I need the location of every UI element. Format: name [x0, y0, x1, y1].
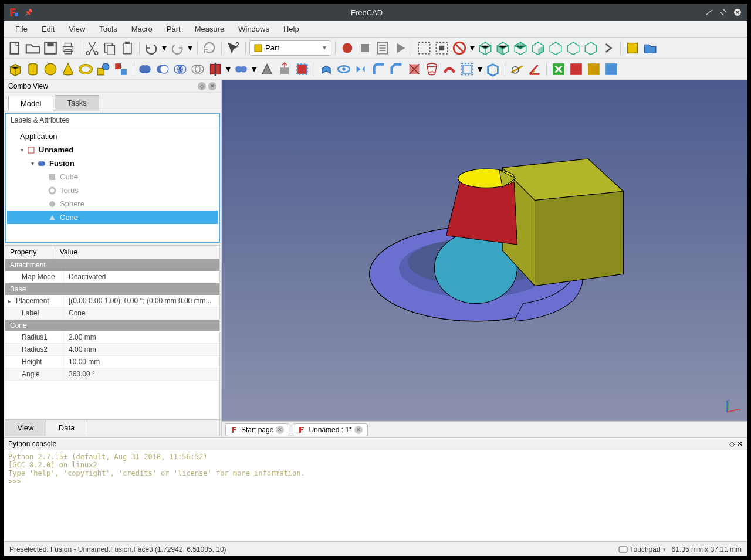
- shapebuilder-icon[interactable]: [113, 61, 129, 77]
- prop-row-angle[interactable]: Angle360.00 °: [5, 368, 219, 381]
- offset-dropdown-icon[interactable]: ▾: [476, 61, 483, 77]
- menu-part[interactable]: Part: [160, 22, 188, 36]
- prop-row-label[interactable]: LabelCone: [5, 307, 219, 320]
- doc-tab-startpage[interactable]: Start page ✕: [225, 423, 289, 436]
- console-float-icon[interactable]: ◇: [729, 440, 735, 448]
- redo-dropdown-icon[interactable]: ▾: [187, 40, 194, 56]
- maximize-button[interactable]: [718, 7, 729, 18]
- tab-tasks[interactable]: Tasks: [55, 95, 99, 111]
- nav-style-icon[interactable]: Touchpad ▾: [618, 545, 666, 554]
- tree-item-cube[interactable]: Cube: [7, 170, 218, 184]
- macro-record-icon[interactable]: [339, 40, 356, 56]
- menu-file[interactable]: File: [8, 22, 35, 36]
- measure-toggle-icon[interactable]: [568, 61, 584, 77]
- measure-linear-icon[interactable]: [509, 61, 525, 77]
- draw-style-icon[interactable]: [451, 40, 468, 56]
- new-icon[interactable]: [7, 40, 23, 56]
- more-icon[interactable]: [600, 40, 617, 56]
- draw-style-dropdown-icon[interactable]: ▾: [469, 40, 476, 56]
- redo-icon[interactable]: [169, 40, 185, 56]
- menu-edit[interactable]: Edit: [35, 22, 62, 36]
- 3d-viewport[interactable]: xyz: [222, 80, 747, 421]
- cylinder-icon[interactable]: [25, 61, 41, 77]
- join-icon[interactable]: [233, 61, 249, 77]
- macro-list-icon[interactable]: [374, 40, 391, 56]
- refresh-icon[interactable]: [201, 40, 218, 56]
- open-icon[interactable]: [25, 40, 41, 56]
- cube-icon[interactable]: [7, 61, 23, 77]
- tab-data[interactable]: Data: [46, 420, 87, 436]
- boolean-fuse-icon[interactable]: [137, 61, 153, 77]
- measure-toggledelta-icon[interactable]: [603, 61, 620, 77]
- group-icon[interactable]: [642, 40, 658, 56]
- extrude-icon[interactable]: [276, 61, 293, 77]
- menu-view[interactable]: View: [62, 22, 92, 36]
- panel-close-icon[interactable]: ✕: [208, 82, 216, 90]
- whatsthis-icon[interactable]: ?: [225, 40, 242, 56]
- split-icon[interactable]: [207, 61, 224, 77]
- view-front-icon[interactable]: [495, 40, 511, 56]
- prop-row-radius1[interactable]: Radius12.00 mm: [5, 331, 219, 344]
- revolve-icon[interactable]: [336, 61, 352, 77]
- ruled-icon[interactable]: [406, 61, 422, 77]
- macro-play-icon[interactable]: [392, 40, 408, 56]
- tree-item-cone[interactable]: Cone: [7, 211, 218, 224]
- fillet-icon[interactable]: [371, 61, 387, 77]
- menu-macro[interactable]: Macro: [124, 22, 160, 36]
- view-right-icon[interactable]: [530, 40, 546, 56]
- undo-dropdown-icon[interactable]: ▾: [161, 40, 168, 56]
- minimize-button[interactable]: [704, 7, 715, 18]
- boolean-icon[interactable]: [190, 61, 206, 77]
- sweep-icon[interactable]: [441, 61, 458, 77]
- doc-tab-unnamed[interactable]: Unnamed : 1* ✕: [293, 423, 367, 436]
- prop-row-radius2[interactable]: Radius24.00 mm: [5, 344, 219, 356]
- close-button[interactable]: [732, 7, 743, 18]
- thickness-icon[interactable]: [485, 61, 501, 77]
- split-dropdown-icon[interactable]: ▾: [225, 61, 232, 77]
- property-body[interactable]: Attachment Map ModeDeactivated Base ▸Pla…: [5, 259, 219, 419]
- compound-icon[interactable]: [259, 61, 275, 77]
- measure-clear-icon[interactable]: [550, 61, 567, 77]
- torus-icon[interactable]: [77, 61, 94, 77]
- tree-item-sphere[interactable]: Sphere: [7, 197, 218, 211]
- cone-icon[interactable]: [60, 61, 76, 77]
- menu-windows[interactable]: Windows: [231, 22, 276, 36]
- tab-view[interactable]: View: [5, 420, 46, 436]
- mirror-icon[interactable]: [353, 61, 370, 77]
- menu-help[interactable]: Help: [276, 22, 306, 36]
- panel-float-icon[interactable]: ◇: [198, 82, 206, 90]
- tab-model[interactable]: Model: [8, 96, 53, 111]
- menu-measure[interactable]: Measure: [188, 22, 232, 36]
- loft-icon[interactable]: [424, 61, 440, 77]
- join-dropdown-icon[interactable]: ▾: [251, 61, 258, 77]
- tree-document[interactable]: ▾Unnamed: [7, 143, 218, 157]
- chamfer-icon[interactable]: [388, 61, 405, 77]
- console-close-icon[interactable]: ✕: [737, 440, 743, 448]
- fit-all-icon[interactable]: [416, 40, 432, 56]
- prop-row-mapmode[interactable]: Map ModeDeactivated: [5, 271, 219, 283]
- python-console[interactable]: Python 2.7.15+ (default, Aug 31 2018, 11…: [4, 450, 747, 541]
- paste-icon[interactable]: [119, 40, 136, 56]
- offset3d-icon[interactable]: [459, 61, 475, 77]
- part-wb-icon[interactable]: [624, 40, 641, 56]
- tree-item-torus[interactable]: Torus: [7, 184, 218, 197]
- fit-selection-icon[interactable]: [434, 40, 450, 56]
- pin-icon[interactable]: 📌: [25, 9, 33, 16]
- view-bottom-icon[interactable]: [565, 40, 581, 56]
- boolean-cut-icon[interactable]: [154, 61, 171, 77]
- cut-icon[interactable]: [84, 40, 100, 56]
- prop-row-placement[interactable]: ▸Placement[(0.00 0.00 1.00); 0.00 °; (0.…: [5, 295, 219, 307]
- view-rear-icon[interactable]: [547, 40, 564, 56]
- sphere-icon[interactable]: [42, 61, 59, 77]
- tree-view[interactable]: Labels & Attributes Application ▾Unnamed…: [5, 113, 220, 243]
- boolean-common-icon[interactable]: [172, 61, 188, 77]
- measure-toggle3d-icon[interactable]: [586, 61, 602, 77]
- close-tab-icon[interactable]: ✕: [354, 426, 363, 434]
- undo-icon[interactable]: [143, 40, 160, 56]
- save-icon[interactable]: [42, 40, 59, 56]
- tree-fusion[interactable]: ▾Fusion: [7, 157, 218, 170]
- primitives-icon[interactable]: [95, 61, 111, 77]
- macro-stop-icon[interactable]: [357, 40, 373, 56]
- view-top-icon[interactable]: [512, 40, 529, 56]
- section-icon[interactable]: [294, 61, 310, 77]
